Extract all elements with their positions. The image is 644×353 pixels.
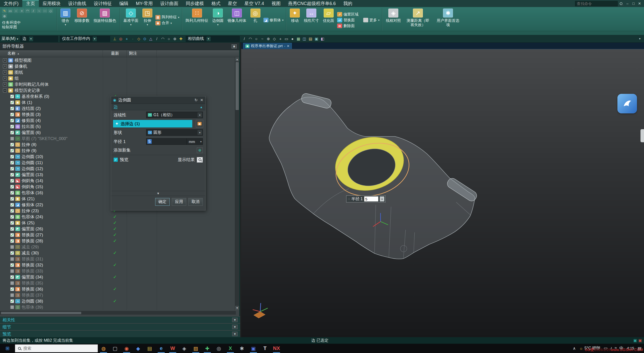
part-file-tab[interactable]: ◆ 程序单出单验证.prt ▫ ✕ bbox=[243, 43, 292, 49]
ribbon-small-button[interactable]: ⋯ 更多 ▾ bbox=[363, 18, 380, 23]
taskbar-app[interactable]: NX bbox=[271, 344, 282, 353]
menu-tab[interactable]: 设计曲线 bbox=[64, 0, 90, 7]
sketch-group-label[interactable]: 任务环境中 绘制草图 bbox=[2, 20, 55, 29]
snap-point-icon[interactable]: ◎ bbox=[118, 36, 124, 42]
sketch-tool-icon[interactable]: ○ bbox=[14, 9, 19, 13]
window-control-button[interactable]: ✕ bbox=[636, 2, 642, 6]
scope-select[interactable]: 仅在工作部件内▾ bbox=[60, 36, 110, 42]
sketch-tool-icon[interactable]: ⋯ bbox=[42, 9, 47, 13]
chevron-up-icon[interactable]: ▲ bbox=[200, 105, 203, 109]
sketch-tool-icon[interactable]: ~ bbox=[37, 9, 42, 13]
ribbon-button[interactable]: ✦ 移动 ▾ bbox=[288, 8, 302, 26]
chevron-down-icon[interactable]: ▾ bbox=[380, 196, 384, 201]
navigator-feature-row[interactable]: ◨ 替换面 (33) ✓ bbox=[0, 268, 236, 274]
collapsed-panel-bar[interactable]: 预览 ▼ bbox=[0, 330, 240, 337]
feature-checkbox[interactable] bbox=[10, 137, 14, 140]
tree-scrollbar[interactable]: ▲ ▼ bbox=[235, 57, 239, 310]
model-3d[interactable] bbox=[241, 49, 644, 337]
scroll-up-arrow[interactable]: ▲ bbox=[235, 57, 239, 61]
navigator-feature-row[interactable]: ⊟ 减去 (30) ✓ bbox=[0, 250, 236, 256]
column-latest[interactable]: 最新 bbox=[103, 51, 127, 56]
snap-point-icon[interactable]: ◠ bbox=[160, 36, 166, 42]
navigator-feature-row[interactable]: ▥ 包容体 (24) ✓ bbox=[0, 214, 236, 220]
selection-option-icon[interactable]: ▤ bbox=[308, 36, 313, 42]
selection-option-icon[interactable]: ⊕ bbox=[266, 36, 271, 42]
ribbon-small-button[interactable]: ◉ 合并 ▾ bbox=[155, 21, 179, 25]
feature-checkbox[interactable] bbox=[10, 281, 14, 285]
snap-point-icon[interactable]: ⊕ bbox=[172, 36, 178, 42]
expand-toggle[interactable]: + bbox=[3, 64, 7, 68]
viewport-side-handle[interactable] bbox=[640, 129, 644, 142]
menu-tab[interactable]: 视图 bbox=[268, 0, 284, 7]
selection-option-icon[interactable]: ◠ bbox=[248, 36, 253, 42]
onscreen-radius-input[interactable]: ∷ 半径 1 5 ▾ bbox=[346, 195, 386, 202]
feature-checkbox[interactable] bbox=[10, 179, 14, 183]
expand-toggle[interactable]: − bbox=[3, 89, 7, 92]
feature-checkbox[interactable] bbox=[10, 95, 14, 98]
navigator-pin-icon[interactable]: ▣ bbox=[232, 44, 237, 48]
feature-checkbox[interactable] bbox=[10, 293, 14, 297]
navigator-feature-row[interactable]: ◨ 替换面 (32) ✓ bbox=[0, 262, 236, 268]
continuity-select[interactable]: ◠ G1（相切） ▾ bbox=[146, 112, 203, 118]
feature-checkbox[interactable] bbox=[10, 233, 14, 237]
navigator-node-row[interactable]: + ◉ 摄像机 bbox=[0, 63, 236, 69]
chevron-down-icon[interactable]: ▼ bbox=[232, 332, 238, 336]
taskbar-app[interactable]: ◆ bbox=[132, 344, 144, 353]
ribbon-button[interactable]: ◈ 线框对照 ▾ bbox=[384, 8, 403, 26]
tree-horizontal-scrollbar[interactable] bbox=[0, 311, 236, 315]
tab-pin-icon[interactable]: ▫ bbox=[284, 44, 285, 48]
chevron-down-icon[interactable]: ▼ bbox=[232, 318, 238, 322]
close-icon[interactable]: ✕ bbox=[287, 44, 290, 48]
feature-checkbox[interactable] bbox=[10, 125, 14, 128]
expand-toggle[interactable]: + bbox=[3, 58, 7, 62]
menu-tab[interactable]: 设计曲面 bbox=[156, 0, 182, 7]
dialog-collapse-chevron[interactable]: ▼ bbox=[111, 191, 205, 196]
ok-button[interactable]: 确定 bbox=[155, 198, 170, 206]
expand-toggle[interactable]: + bbox=[3, 77, 7, 80]
ribbon-button[interactable]: ◫ 镜像几何体 ▾ bbox=[226, 8, 248, 26]
navigator-node-row[interactable]: + ▥ 非时间戳记几何体 bbox=[0, 81, 236, 87]
feature-checkbox[interactable] bbox=[10, 269, 14, 273]
feature-checkbox[interactable] bbox=[10, 299, 14, 303]
feature-checkbox[interactable] bbox=[10, 197, 14, 201]
selection-option-icon[interactable]: ◫ bbox=[302, 36, 307, 42]
snap-point-icon[interactable]: ○ bbox=[166, 36, 172, 42]
radius-input-value[interactable]: 5 bbox=[364, 196, 378, 201]
taskbar-search[interactable] bbox=[15, 344, 98, 352]
ribbon-button[interactable]: ✱ 用户界面首选项 ▾ bbox=[433, 8, 463, 31]
taskbar-app[interactable]: ◈ bbox=[178, 344, 190, 353]
navigator-feature-row[interactable]: ◨ 替换面 (36) ✓ bbox=[0, 286, 236, 292]
type-filter-select[interactable]: 边▾ bbox=[20, 36, 58, 42]
snap-point-icon[interactable]: ⊥ bbox=[112, 36, 118, 42]
expand-toggle[interactable]: + bbox=[3, 83, 7, 86]
tray-expand-chevron[interactable]: ∧ bbox=[573, 346, 576, 351]
feature-checkbox[interactable] bbox=[10, 119, 14, 122]
navigator-feature-row[interactable]: ◨ 替换面 (31) ✓ bbox=[0, 256, 236, 262]
scroll-thumb[interactable] bbox=[236, 62, 239, 110]
taskbar-app[interactable]: ◉ bbox=[121, 344, 132, 353]
menu-tab[interactable]: 文件(F) bbox=[0, 0, 22, 7]
ribbon-button[interactable]: ↔ 线性尺寸 ▾ bbox=[302, 8, 321, 26]
sketch-tool-icon[interactable]: + bbox=[19, 9, 24, 13]
start-button[interactable]: ⊞ bbox=[0, 344, 15, 353]
cancel-button[interactable]: 取消 bbox=[188, 198, 203, 206]
sketch-tool-icon[interactable]: / bbox=[31, 9, 36, 13]
menu-tab[interactable]: 设计特征 bbox=[90, 0, 116, 7]
menu-tab[interactable]: 燕秀CNC超级程序单6.6 bbox=[284, 0, 339, 7]
ribbon-button[interactable]: ⊘ 移除参数 ▾ bbox=[72, 8, 91, 26]
scroll-down-arrow[interactable]: ▼ bbox=[235, 306, 239, 310]
snap-point-icon[interactable]: + bbox=[124, 36, 130, 42]
feature-checkbox[interactable] bbox=[10, 257, 14, 261]
menu-tab[interactable]: 编辑 bbox=[116, 0, 132, 7]
selection-option-icon[interactable]: ▣ bbox=[314, 36, 319, 42]
feature-checkbox[interactable] bbox=[10, 191, 14, 195]
ribbon-button[interactable]: ◇ 基准平面 ▾ bbox=[121, 8, 140, 26]
feature-checkbox[interactable] bbox=[10, 143, 14, 147]
feature-checkbox[interactable] bbox=[10, 251, 14, 255]
ribbon-button[interactable]: ◎ 孔 ▾ bbox=[248, 8, 262, 26]
ribbon-button[interactable]: ◑ 边倒圆 ▾ bbox=[210, 8, 226, 26]
menu-tab[interactable]: 我的 bbox=[339, 0, 356, 7]
find-command-input[interactable] bbox=[575, 1, 618, 6]
navigator-node-row[interactable]: + ▤ 图纸 bbox=[0, 69, 236, 75]
select-edge-row[interactable]: ✦ 选择边 (1) bbox=[113, 120, 192, 127]
